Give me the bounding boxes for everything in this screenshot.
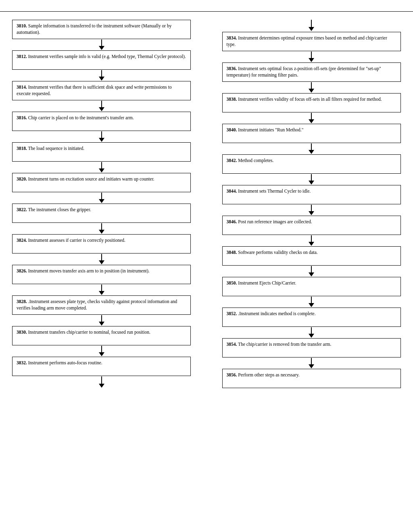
flow-box-3838: 3838. Instrument verifies validity of fo… xyxy=(222,93,401,112)
flow-box-3840: 3840. Instrument initiates "Run Method." xyxy=(222,124,401,143)
flowchart-container: 3810. Sample information is transferred … xyxy=(0,20,413,388)
flow-box-3814: 3814. Instrument verifies that there is … xyxy=(12,81,191,100)
arrow-3846 xyxy=(309,235,314,246)
arrow-3818 xyxy=(99,162,104,172)
flow-box-3820: 3820. Instrument turns on excitation sou… xyxy=(12,173,191,192)
arrow-3854 xyxy=(309,358,314,368)
top-arrow-entry xyxy=(309,20,314,31)
flow-box-3856: 3856. Perform other steps as necessary. xyxy=(222,369,401,388)
page-header xyxy=(0,0,413,12)
arrow-3840 xyxy=(309,143,314,154)
arrow-3852 xyxy=(309,327,314,338)
arrow-3826 xyxy=(99,285,104,295)
arrow-3812 xyxy=(99,70,104,81)
arrow-3816 xyxy=(99,131,104,142)
flow-box-3852: 3852. .Instrument indicates method is co… xyxy=(222,308,401,327)
flow-box-3850: 3850. Instrument Ejects Chip/Carrier. xyxy=(222,277,401,296)
flow-box-3812: 3812. Instrument verifies sample info is… xyxy=(12,50,191,70)
flow-box-3844: 3844. Instrument sets Thermal Cycler to … xyxy=(222,185,401,204)
flow-box-3832: 3832. Instrument performs auto-focus rou… xyxy=(12,357,191,376)
arrow-3820 xyxy=(99,193,104,203)
arrow-3810 xyxy=(99,39,104,50)
flow-box-3836: 3836. Instrument sets optimal focus z-po… xyxy=(222,62,401,82)
flow-box-3810: 3810. Sample information is transferred … xyxy=(12,20,191,39)
flow-box-3834: 3834. Instrument determines optimal expo… xyxy=(222,32,401,51)
arrow-3822 xyxy=(99,223,104,234)
arrow-3814 xyxy=(99,101,104,111)
flow-box-3818: 3818. The load sequence is initiated. xyxy=(12,142,191,162)
arrow-3848 xyxy=(309,266,314,276)
arrow-3838 xyxy=(309,113,314,123)
flow-box-3822: 3822. The instrument closes the gripper. xyxy=(12,204,191,223)
left-column: 3810. Sample information is transferred … xyxy=(12,20,191,388)
flow-box-3816: 3816. Chip carrier is placed on to the i… xyxy=(12,112,191,131)
right-column: 3834. Instrument determines optimal expo… xyxy=(222,20,401,388)
flow-box-3848: 3848. Software performs validity checks … xyxy=(222,246,401,266)
arrow-3850 xyxy=(309,297,314,307)
bottom-continuation-arrow xyxy=(99,376,104,388)
arrow-3842 xyxy=(309,174,314,185)
flow-box-3824: 3824. Instrument assesses if carrier is … xyxy=(12,234,191,254)
flow-box-3842: 3842. Method completes. xyxy=(222,154,401,174)
arrow-3830 xyxy=(99,346,104,356)
arrow-3828 xyxy=(99,315,104,326)
arrow-3836 xyxy=(309,82,314,93)
arrow-3824 xyxy=(99,254,104,264)
arrow-3834 xyxy=(309,52,314,62)
flow-box-3854: 3854. The chip/carrier is removed from t… xyxy=(222,338,401,357)
flow-box-3826: 3826. Instrument moves transfer axis arm… xyxy=(12,265,191,284)
arrow-3844 xyxy=(309,205,314,215)
flow-box-3828: 3828. .Instrument assesses plate type, c… xyxy=(12,295,191,315)
flow-box-3846: 3846. Post run reference images are coll… xyxy=(222,216,401,235)
flow-box-3830: 3830. Instrument transfers chip/carrier … xyxy=(12,326,191,345)
